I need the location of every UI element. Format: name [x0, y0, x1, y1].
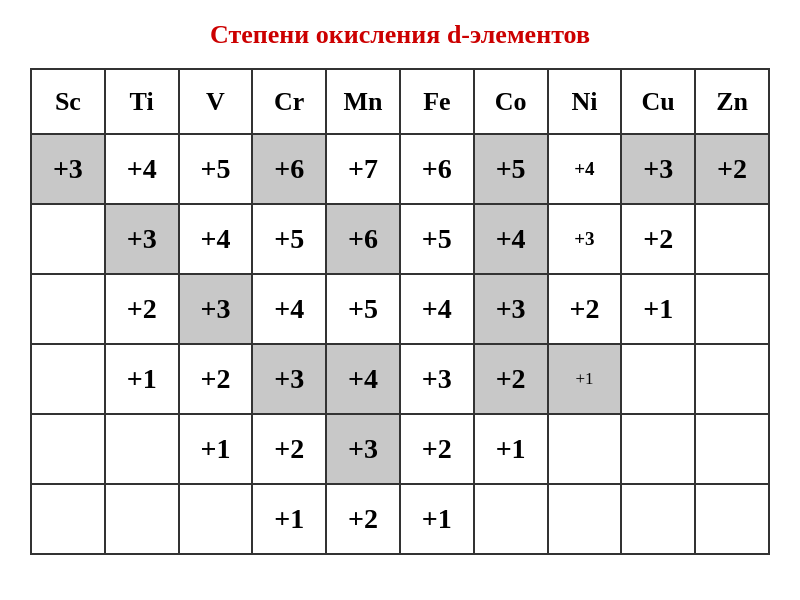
- table-cell: +4: [326, 344, 400, 414]
- table-cell: [695, 414, 769, 484]
- table-cell: [621, 484, 695, 554]
- table-cell: [105, 484, 179, 554]
- table-cell: +3: [621, 134, 695, 204]
- table-cell: +7: [326, 134, 400, 204]
- table-cell: +4: [105, 134, 179, 204]
- table-cell: +3: [179, 274, 253, 344]
- column-header: Ti: [105, 69, 179, 134]
- table-cell: +6: [400, 134, 474, 204]
- table-cell: +2: [400, 414, 474, 484]
- table-cell: [31, 204, 105, 274]
- table-cell: +4: [548, 134, 622, 204]
- table-cell: [31, 484, 105, 554]
- table-cell: [474, 484, 548, 554]
- table-cell: +5: [400, 204, 474, 274]
- table-cell: +3: [31, 134, 105, 204]
- table-cell: [621, 344, 695, 414]
- column-header: Ni: [548, 69, 622, 134]
- table-cell: [695, 484, 769, 554]
- table-cell: +2: [474, 344, 548, 414]
- table-cell: +3: [326, 414, 400, 484]
- table-cell: [105, 414, 179, 484]
- table-cell: +2: [179, 344, 253, 414]
- table-cell: [31, 274, 105, 344]
- column-header: Fe: [400, 69, 474, 134]
- oxidation-table: ScTiVCrMnFeCoNiCuZn+3+4+5+6+7+6+5+4+3+2+…: [30, 68, 770, 555]
- column-header: Zn: [695, 69, 769, 134]
- table-cell: +5: [326, 274, 400, 344]
- table-cell: +1: [179, 414, 253, 484]
- table-cell: +3: [400, 344, 474, 414]
- table-cell: [548, 414, 622, 484]
- table-cell: +4: [474, 204, 548, 274]
- column-header: Cr: [252, 69, 326, 134]
- table-cell: +1: [105, 344, 179, 414]
- table-cell: +5: [474, 134, 548, 204]
- table-cell: +2: [326, 484, 400, 554]
- table-cell: +6: [252, 134, 326, 204]
- table-cell: +1: [400, 484, 474, 554]
- table-cell: [179, 484, 253, 554]
- table-cell: +2: [695, 134, 769, 204]
- table-cell: +2: [252, 414, 326, 484]
- table-cell: +3: [548, 204, 622, 274]
- table-cell: [695, 344, 769, 414]
- table-cell: [695, 274, 769, 344]
- table-cell: +3: [252, 344, 326, 414]
- table-cell: [31, 414, 105, 484]
- column-header: Mn: [326, 69, 400, 134]
- table-cell: +3: [105, 204, 179, 274]
- table-cell: +1: [548, 344, 622, 414]
- table-cell: +6: [326, 204, 400, 274]
- column-header: Sc: [31, 69, 105, 134]
- table-cell: +5: [179, 134, 253, 204]
- table-cell: +4: [179, 204, 253, 274]
- table-cell: [31, 344, 105, 414]
- page-title: Степени окисления d-элементов: [210, 20, 590, 50]
- table-cell: +4: [400, 274, 474, 344]
- table-cell: +1: [621, 274, 695, 344]
- table-cell: +5: [252, 204, 326, 274]
- table-cell: +2: [105, 274, 179, 344]
- table-cell: +3: [474, 274, 548, 344]
- column-header: V: [179, 69, 253, 134]
- table-cell: [621, 414, 695, 484]
- table-cell: +2: [621, 204, 695, 274]
- table-cell: [548, 484, 622, 554]
- table-cell: [695, 204, 769, 274]
- table-cell: +1: [252, 484, 326, 554]
- column-header: Cu: [621, 69, 695, 134]
- table-cell: +1: [474, 414, 548, 484]
- table-cell: +4: [252, 274, 326, 344]
- table-cell: +2: [548, 274, 622, 344]
- column-header: Co: [474, 69, 548, 134]
